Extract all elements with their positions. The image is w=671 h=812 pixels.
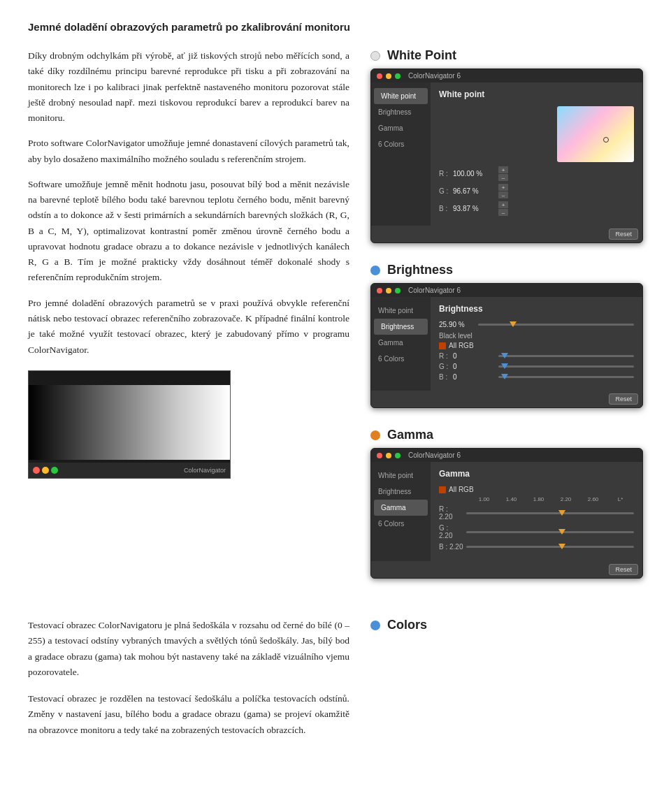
brightness-content: Brightness 25.90 % Black level All RGB [431,297,642,391]
gamma-scale-6: L* [607,496,634,502]
black-level-label: Black level [439,332,634,340]
white-point-sidebar: White point Brightness Gamma 6 Colors [371,82,431,226]
right-column: White Point ColorNavigator 6 White point… [370,48,643,598]
r-row: R : 100.00 % + – [439,166,634,181]
red-traffic-light [377,73,382,79]
r-minus-button[interactable]: – [498,174,508,181]
gamma-titlebar: ColorNavigator 6 [371,449,642,462]
brightness-slider-track[interactable] [478,324,634,326]
paragraph-3: Software umožňuje jemně měnit hodnotu ja… [28,177,349,286]
sidebar-6colors-b[interactable]: 6 Colors [371,351,431,367]
r-plus-button[interactable]: + [498,166,508,173]
brightness-sidebar: White point Brightness Gamma 6 Colors [371,297,431,391]
gamma-scale-5: 2.60 [579,496,607,502]
gamma-scale-1: 1.00 [470,496,498,502]
br-value: 0 [453,352,498,360]
gamma-g-thumb [558,529,565,535]
screenshot-bottom-bar: ColorNavigator [29,463,230,478]
white-point-reset-button[interactable]: Reset [609,229,638,240]
gamma-r-track[interactable] [466,512,634,514]
brightness-window: ColorNavigator 6 White point Brightness … [370,283,643,408]
all-rgb-check: All RGB [439,342,634,349]
white-point-dot [370,51,380,61]
g-minus-button[interactable]: – [498,191,508,198]
b-plus-button[interactable]: + [498,201,508,208]
traffic-lights [33,467,58,474]
gamma-header: Gamma [370,428,643,442]
sidebar-gamma-b[interactable]: Gamma [371,335,431,351]
gradient-strip [29,385,230,460]
white-point-header: White Point [370,48,643,63]
brightness-content-title: Brightness [439,304,634,314]
g-row: G : 96.67 % + – [439,184,634,198]
bb-value: 0 [453,373,498,381]
yellow-dot [42,467,49,474]
gamma-g-row: G : 2.20 [439,524,634,539]
br-slider[interactable] [498,355,634,357]
brightness-header: Brightness [370,263,643,277]
gamma-b-thumb [558,544,565,549]
r-buttons: + – [498,166,508,181]
colors-title: Colors [387,618,427,632]
b-minus-button[interactable]: – [498,209,508,216]
gamma-window: ColorNavigator 6 White point Brightness … [370,448,643,579]
white-point-content-title: White point [439,89,634,99]
g-plus-button[interactable]: + [498,184,508,191]
gamma-all-rgb-check: All RGB [439,486,634,493]
bottom-para-2: Testovací obrazec je rozdělen na testova… [28,691,349,738]
brightness-slider-thumb [510,321,517,327]
paragraph-4: Pro jemné doladění obrazových parametrů … [28,296,349,358]
r-label: R : [439,170,453,177]
b-value: 93.87 % [453,205,498,212]
b-buttons: + – [498,201,508,216]
gamma-b-track[interactable] [466,546,634,548]
white-point-reset-row: Reset [371,226,642,242]
sidebar-brightness-g[interactable]: Brightness [371,484,431,500]
sidebar-white-point[interactable]: White point [374,88,428,104]
white-point-content: White point R : 100.00 % + – [431,82,642,226]
bg-slider[interactable] [498,365,634,368]
gamma-scale-2: 1.40 [498,496,525,502]
gamma-all-rgb-checkbox[interactable] [439,486,446,493]
gamma-reset-button[interactable]: Reset [609,564,638,575]
b-label: B : [439,205,453,212]
bg-row: G : 0 [439,363,634,370]
sidebar-brightness-wp[interactable]: Brightness [371,104,431,120]
br-label: R : [439,352,453,360]
brightness-reset-row: Reset [371,391,642,407]
brightness-title: Brightness [387,263,453,277]
all-rgb-label: All RGB [449,342,474,349]
sidebar-6colors-wp[interactable]: 6 Colors [371,136,431,152]
gamma-g-track[interactable] [466,531,634,533]
gamma-r-thumb [558,510,565,516]
bb-thumb [501,374,508,379]
b-red-light [377,288,382,293]
brightness-slider-row: 25.90 % [439,321,634,328]
bb-label: B : [439,373,453,381]
colors-section-header: Colors [370,618,643,632]
sidebar-white-point-g[interactable]: White point [371,467,431,484]
sidebar-white-point-b[interactable]: White point [371,303,431,319]
gamma-r-label: R : 2.20 [439,505,463,521]
b-green-light [395,288,401,293]
gamma-reset-row: Reset [371,561,642,578]
g-red-light [377,453,382,458]
gamma-section: Gamma ColorNavigator 6 White point Brigh… [370,428,643,579]
screenshot-label: ColorNavigator [184,467,226,474]
green-traffic-light [395,73,401,79]
gamma-content-title: Gamma [439,469,634,479]
bottom-layout: Testovací obrazec ColorNavigatoru je pln… [28,618,643,738]
color-square [557,106,634,162]
sidebar-6colors-g[interactable]: 6 Colors [371,516,431,532]
brightness-reset-button[interactable]: Reset [609,393,638,405]
gamma-app-title: ColorNavigator 6 [408,451,461,459]
sidebar-gamma-wp[interactable]: Gamma [371,120,431,136]
gamma-content: Gamma All RGB 1.00 1.40 1.80 2.20 2.60 L… [431,462,642,561]
br-thumb [501,353,508,358]
sidebar-gamma-g[interactable]: Gamma [374,500,428,516]
paragraph-2: Proto software ColorNavigator umožňuje j… [28,136,349,167]
green-dot [51,467,58,474]
all-rgb-checkbox[interactable] [439,342,446,349]
bb-slider[interactable] [498,376,634,378]
sidebar-brightness-b[interactable]: Brightness [374,319,428,335]
